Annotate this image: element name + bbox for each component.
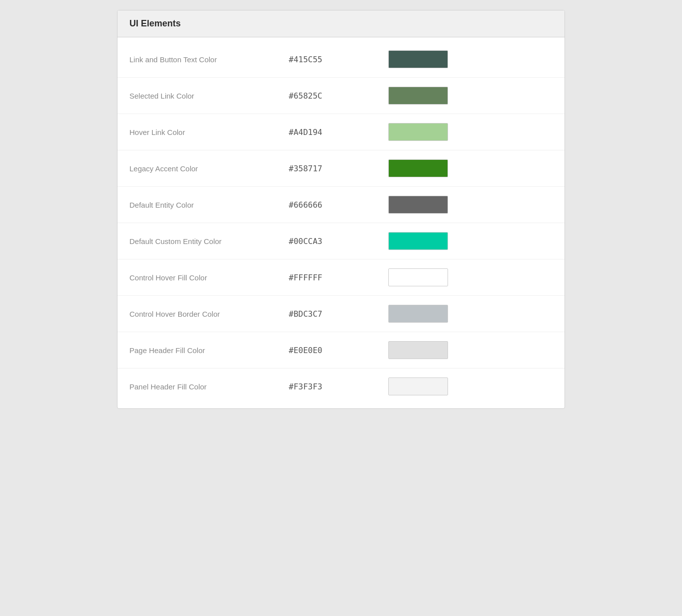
color-swatch[interactable] [388,232,448,250]
color-swatch[interactable] [388,268,448,286]
color-row[interactable]: Control Hover Fill Color#FFFFFF [117,259,565,296]
color-row[interactable]: Link and Button Text Color#415C55 [117,41,565,78]
color-row[interactable]: Panel Header Fill Color#F3F3F3 [117,369,565,404]
color-label: Legacy Accent Color [129,164,289,173]
color-row[interactable]: Control Hover Border Color#BDC3C7 [117,296,565,332]
color-hex-value: #A4D194 [289,127,388,137]
color-label: Selected Link Color [129,92,289,100]
color-swatch[interactable] [388,377,448,395]
color-hex-value: #FFFFFF [289,273,388,282]
color-label: Hover Link Color [129,128,289,136]
color-label: Panel Header Fill Color [129,382,289,391]
color-label: Link and Button Text Color [129,55,289,64]
color-hex-value: #415C55 [289,55,388,64]
color-row[interactable]: Legacy Accent Color#358717 [117,150,565,187]
color-label: Page Header Fill Color [129,346,289,355]
color-swatch[interactable] [388,196,448,214]
color-row[interactable]: Hover Link Color#A4D194 [117,114,565,150]
ui-elements-panel: UI Elements Link and Button Text Color#4… [117,10,565,409]
color-swatch[interactable] [388,123,448,141]
color-swatch[interactable] [388,341,448,359]
color-hex-value: #65825C [289,91,388,101]
color-label: Control Hover Border Color [129,310,289,318]
color-label: Default Entity Color [129,201,289,209]
color-hex-value: #F3F3F3 [289,382,388,391]
color-hex-value: #BDC3C7 [289,309,388,319]
color-hex-value: #00CCA3 [289,237,388,246]
color-label: Default Custom Entity Color [129,237,289,246]
color-label: Control Hover Fill Color [129,273,289,282]
panel-body: Link and Button Text Color#415C55Selecte… [117,37,565,408]
color-swatch[interactable] [388,305,448,323]
color-hex-value: #358717 [289,164,388,173]
color-hex-value: #666666 [289,200,388,210]
panel-title: UI Elements [129,18,181,28]
color-swatch[interactable] [388,159,448,177]
color-row[interactable]: Page Header Fill Color#E0E0E0 [117,332,565,369]
color-row[interactable]: Selected Link Color#65825C [117,78,565,114]
color-swatch[interactable] [388,50,448,68]
color-row[interactable]: Default Entity Color#666666 [117,187,565,223]
panel-header: UI Elements [117,10,565,37]
color-swatch[interactable] [388,87,448,105]
color-hex-value: #E0E0E0 [289,346,388,355]
color-row[interactable]: Default Custom Entity Color#00CCA3 [117,223,565,259]
